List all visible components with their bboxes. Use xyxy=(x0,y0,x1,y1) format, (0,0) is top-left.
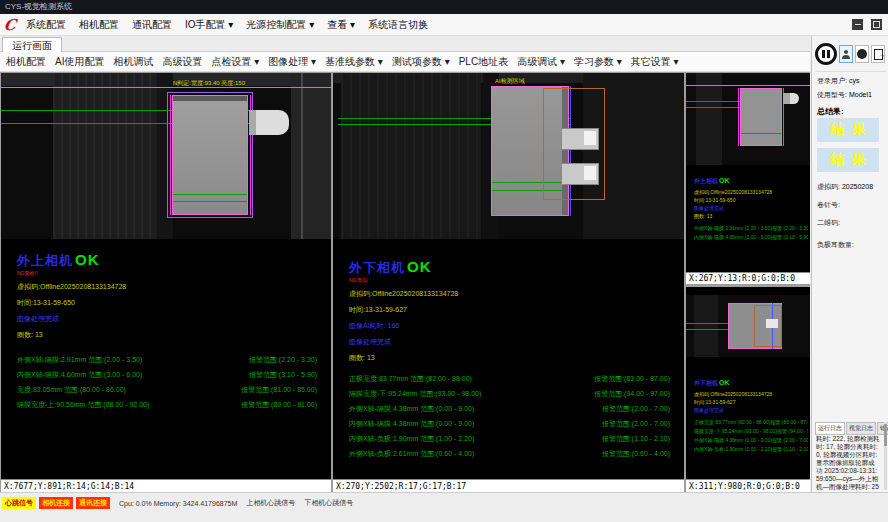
measurement-text: 外侧X轴-隔膜:2.91mm 范围:(2.00 - 3.50) xyxy=(17,352,142,367)
result-ok-text: OK xyxy=(719,177,730,184)
alarm-range-text: 报警范围:(1.10 - 2.10) xyxy=(602,431,670,446)
result-ok-text: OK xyxy=(719,379,730,386)
menu-bar: C 系统配置相机配置通讯配置IO手配置 ▾光源控制配置 ▾查看 ▾系统语言切换 xyxy=(0,14,888,36)
alarm-range-text: 报警范围:(83.00 - 87.00) xyxy=(594,371,670,386)
user-button[interactable] xyxy=(839,45,853,63)
result-box-upper: 结果 xyxy=(817,118,879,142)
toolbar: 相机配置AI使用配置相机调试高级设置点检设置 ▾图像处理 ▾基准线参数 ▾测试项… xyxy=(0,52,810,72)
maximize-icon[interactable] xyxy=(871,19,882,30)
alarm-range-text: 报警范围:(89.00 - 91.00) xyxy=(241,397,317,412)
log-tab-run[interactable]: 运行日志 xyxy=(815,422,845,435)
alarm-range-text: 报警:(94.00 - 97.00) xyxy=(777,428,808,434)
toolbar-button[interactable]: 基准线参数 ▾ xyxy=(325,55,383,69)
time-line: 时间:13-31-59-627 xyxy=(694,399,808,405)
toolbar-button[interactable]: 图像处理 ▾ xyxy=(268,55,316,69)
measurement-row: 内侧X轴-负极:1.90mm (1.00 - 2.20) 报警:(1.10 - … xyxy=(694,446,808,452)
measurement-text: 内侧X轴-隔膜:4.60mm (3.00 - 6.00) xyxy=(694,234,772,240)
side-panel: → 登录用户: cys 使用型号: Model1 总结果: 结果 结果 虚拟码:… xyxy=(811,36,888,492)
log-scrollbar[interactable] xyxy=(884,422,887,490)
alarm-range-text: 报警范围:(2.00 - 7.00) xyxy=(602,401,670,416)
scrollbar-thumb[interactable] xyxy=(884,424,887,446)
pause-button[interactable] xyxy=(815,43,837,65)
measurement-text: 隔膜宽度-上:90.56mm 范围:(88.00 - 92.00) xyxy=(17,397,149,412)
measurement-row: 内侧X轴-隔膜:4.60mm (3.00 - 6.00) 报警:(3.10 - … xyxy=(694,234,808,240)
log-tabs: 运行日志 视觉日志 错误日志 xyxy=(815,422,888,435)
measurement-text: 外侧X轴-负极:2.61mm 范围:(0.60 - 4.00) xyxy=(349,446,474,461)
virtual-code-line: 虚拟码:Offline20250208133134728 xyxy=(349,289,680,299)
account-button[interactable] xyxy=(855,45,869,63)
toolbar-button[interactable]: 高级调试 ▾ xyxy=(517,55,565,69)
toolbar-button[interactable]: 其它设置 ▾ xyxy=(631,55,679,69)
measurement-row: 外侧X轴-隔膜:4.38mm (0.00 - 9.00) 报警:(2.00 - … xyxy=(694,437,808,443)
turns-line: 圈数: 13 xyxy=(17,330,327,340)
status-bar: 心跳信号 相机连接 通讯连接 Cpu: 0.0% Memory: 3424.41… xyxy=(0,492,888,522)
tab-strip: 运行画面 xyxy=(0,36,810,52)
toolbar-button[interactable]: 相机配置 xyxy=(6,55,46,69)
menu-item[interactable]: 相机配置 xyxy=(79,18,119,32)
time-line: 时间:13-31-59-650 xyxy=(17,298,327,308)
camera-image-outer-upper[interactable]: N判定:宽度:93.40 亮度:150 xyxy=(1,73,331,239)
turns-line: 圈数: 13 xyxy=(694,213,808,219)
person-icon xyxy=(844,50,848,54)
measurement-row: 外侧X轴-负极:2.61mm 范围:(0.60 - 4.00) 报警范围:(0.… xyxy=(349,446,680,461)
pixel-coords-readout: X:7677;Y:891;R:14;G:14;B:14 xyxy=(1,479,331,492)
measurement-row: 隔膜宽度-上:90.56mm 范围:(88.00 - 92.00) 报警范围:(… xyxy=(17,397,327,412)
measurement-list: 外侧X轴-隔膜:2.91mm 范围:(2.00 - 3.50) 报警范围:(2.… xyxy=(17,352,327,412)
menu-item[interactable]: 查看 ▾ xyxy=(327,18,355,32)
measurement-text: 宽度:83.05mm 范围:(80.00 - 86.00) xyxy=(17,382,126,397)
toolbar-button[interactable]: 学习参数 ▾ xyxy=(574,55,622,69)
menu-item[interactable]: 系统配置 xyxy=(26,18,66,32)
measurement-text: 隔膜宽度-下:95.24mm 范围:(93.00 - 98.00) xyxy=(349,386,481,401)
logout-button[interactable]: → xyxy=(871,45,885,63)
menu-item[interactable]: 系统语言切换 xyxy=(368,18,428,32)
menu-item[interactable]: IO手配置 ▾ xyxy=(185,18,233,32)
cell-product-region xyxy=(172,95,248,215)
toolbar-button[interactable]: AI使用配置 xyxy=(55,55,104,69)
alarm-range-text: 报警:(83.00 - 87.00) xyxy=(770,419,808,425)
window-titlebar: CYS-视觉检测系统 xyxy=(0,0,888,14)
virtual-code-line: 虚拟码:Offline20250208133134728 xyxy=(694,189,808,195)
toolbar-button[interactable]: PLC地址表 xyxy=(459,55,508,69)
result-ok-text: OK xyxy=(75,251,100,268)
menu-item[interactable]: 通讯配置 xyxy=(132,18,172,32)
alarm-range-text: 报警:(1.10 - 2.10) xyxy=(772,446,808,452)
result-box-lower: 结果 xyxy=(817,148,879,172)
qr-code-field: 二维码: xyxy=(817,218,840,228)
virtual-code-line: 虚拟码:Offline20250208133134728 xyxy=(694,391,808,397)
measurement-row: 外侧X轴-隔膜:4.38mm 范围:(0.00 - 9.00) 报警范围:(2.… xyxy=(349,401,680,416)
result-ok-text: OK xyxy=(407,258,432,275)
toolbar-button[interactable]: 高级设置 xyxy=(162,55,202,69)
measurement-row: 内侧X轴-隔膜:4.60mm 范围:(3.00 - 6.00) 报警范围:(3.… xyxy=(17,367,327,382)
toolbar-button[interactable]: 相机调试 xyxy=(113,55,153,69)
measurement-row: 内侧X轴-负极:1.90mm 范围:(1.00 - 2.20) 报警范围:(1.… xyxy=(349,431,680,446)
model-value: Model1 xyxy=(849,91,872,98)
upper-camera-heartbeat-text: 上相机心跳信号 xyxy=(246,498,295,508)
measurement-row: 正极宽度:83.77mm (82.00 - 88.00) 报警:(83.00 -… xyxy=(694,419,808,425)
snapshot-image-lower[interactable] xyxy=(686,295,810,357)
alarm-range-text: 报警:(2.00 - 7.00) xyxy=(772,437,808,443)
model-label: 使用型号: xyxy=(817,91,847,98)
measurement-row: 隔膜宽度-下:95.24mm 范围:(93.00 - 98.00) 报警范围:(… xyxy=(349,386,680,401)
heartbeat-badge: 心跳信号 xyxy=(2,497,36,509)
baseline-yellow-line xyxy=(1,87,331,88)
measurement-text: 外侧X轴-隔膜:4.38mm 范围:(0.00 - 9.00) xyxy=(349,401,474,416)
measurement-text: 隔膜宽度-下:95.24mm (93.00 - 98.00) xyxy=(694,428,777,434)
camera-title: 外上相机 xyxy=(694,178,718,184)
log-tab-vision[interactable]: 视觉日志 xyxy=(846,422,876,435)
alarm-range-text: 报警范围:(2.00 - 7.00) xyxy=(602,416,670,431)
toolbar-button[interactable]: 点检设置 ▾ xyxy=(211,55,259,69)
tab-connector xyxy=(783,93,799,104)
menu-item[interactable]: 光源控制配置 ▾ xyxy=(246,18,314,32)
time-line: 时间:13-31-59-650 xyxy=(694,197,808,203)
measurement-text: 正极宽度:83.77mm 范围:(82.00 - 88.00) xyxy=(349,371,472,386)
alarm-range-text: 报警范围:(81.00 - 85.00) xyxy=(241,382,317,397)
needle-number-field: 卷针号: xyxy=(817,200,840,210)
snapshot-image-upper[interactable] xyxy=(686,73,810,165)
camera-title: 外上相机 xyxy=(17,253,73,268)
total-result-label: 总结果: xyxy=(817,106,844,117)
measurement-row: 正极宽度:83.77mm 范围:(82.00 - 88.00) 报警范围:(83… xyxy=(349,371,680,386)
ai-time-line: 图像AI耗时: 166 xyxy=(349,321,680,331)
toolbar-button[interactable]: 测试项参数 ▾ xyxy=(392,55,450,69)
camera-image-outer-lower[interactable]: AI检测区域 xyxy=(333,73,684,239)
minimize-icon[interactable] xyxy=(852,19,863,30)
